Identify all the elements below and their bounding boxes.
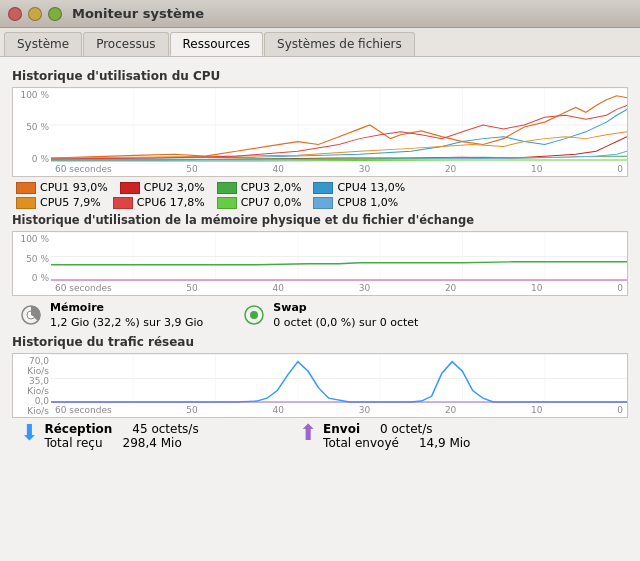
- reception-text: Réception 45 octets/s Total reçu 298,4 M…: [44, 422, 198, 450]
- net-section-title: Historique du trafic réseau: [12, 335, 628, 349]
- net-y-axis: 70,0 Kio/s 35,0 Kio/s 0,0 Kio/s: [13, 354, 51, 417]
- cpu-y-axis: 100 % 50 % 0 %: [13, 88, 51, 176]
- cpu3-legend: CPU3 2,0%: [217, 181, 302, 194]
- tab-systeme[interactable]: Système: [4, 32, 82, 56]
- maximize-button[interactable]: [48, 7, 62, 21]
- cpu-section-title: Historique d'utilisation du CPU: [12, 69, 628, 83]
- svg-point-21: [250, 311, 258, 319]
- cpu7-legend: CPU7 0,0%: [217, 196, 302, 209]
- cpu5-legend: CPU5 7,9%: [16, 196, 101, 209]
- cpu2-color: [120, 182, 140, 194]
- cpu3-color: [217, 182, 237, 194]
- net-svg: [51, 354, 627, 403]
- cpu-legend-row2: CPU5 7,9% CPU6 17,8% CPU7 0,0% CPU8 1,0%: [12, 196, 628, 209]
- memory-icon: [20, 304, 42, 326]
- close-button[interactable]: [8, 7, 22, 21]
- titlebar: Moniteur système: [0, 0, 640, 28]
- tab-ressources[interactable]: Ressources: [170, 32, 264, 56]
- mem-x-axis: 60 secondes 50 40 30 20 10 0: [51, 281, 627, 295]
- net-chart-area: [51, 354, 627, 403]
- envoi-arrow-icon: ⬆: [299, 422, 317, 444]
- swap-text: Swap 0 octet (0,0 %) sur 0 octet: [273, 300, 418, 331]
- cpu1-color: [16, 182, 36, 194]
- mem-svg: [51, 232, 627, 281]
- cpu-chart-area: [51, 88, 627, 162]
- cpu6-legend: CPU6 17,8%: [113, 196, 205, 209]
- mem-chart-area: [51, 232, 627, 281]
- tabs-bar: Système Processus Ressources Systèmes de…: [0, 28, 640, 57]
- cpu-legend: CPU1 93,0% CPU2 3,0% CPU3 2,0% CPU4 13,0…: [12, 181, 628, 194]
- swap-icon: [243, 304, 265, 326]
- cpu-x-axis: 60 secondes 50 40 30 20 10 0: [51, 162, 627, 176]
- net-legend: ⬇ Réception 45 octets/s Total reçu 298,4…: [20, 422, 628, 450]
- main-content: Historique d'utilisation du CPU 100 % 50…: [0, 57, 640, 560]
- net-x-axis: 60 secondes 50 40 30 20 10 0: [51, 403, 627, 417]
- cpu8-color: [313, 197, 333, 209]
- mem-chart: 100 % 50 % 0 % 60 secondes: [12, 231, 628, 296]
- tab-processus[interactable]: Processus: [83, 32, 168, 56]
- cpu1-legend: CPU1 93,0%: [16, 181, 108, 194]
- window-title: Moniteur système: [72, 6, 204, 21]
- net-chart: 70,0 Kio/s 35,0 Kio/s 0,0 Kio/s: [12, 353, 628, 418]
- tab-fichiers[interactable]: Systèmes de fichiers: [264, 32, 415, 56]
- memory-legend-item: Mémoire 1,2 Gio (32,2 %) sur 3,9 Gio: [20, 300, 203, 331]
- minimize-button[interactable]: [28, 7, 42, 21]
- cpu4-color: [313, 182, 333, 194]
- mem-legend: Mémoire 1,2 Gio (32,2 %) sur 3,9 Gio Swa…: [20, 300, 628, 331]
- cpu2-legend: CPU2 3,0%: [120, 181, 205, 194]
- cpu8-legend: CPU8 1,0%: [313, 196, 398, 209]
- memory-text: Mémoire 1,2 Gio (32,2 %) sur 3,9 Gio: [50, 300, 203, 331]
- reception-legend: ⬇ Réception 45 octets/s Total reçu 298,4…: [20, 422, 199, 450]
- reception-arrow-icon: ⬇: [20, 422, 38, 444]
- cpu-chart: 100 % 50 % 0 %: [12, 87, 628, 177]
- mem-y-axis: 100 % 50 % 0 %: [13, 232, 51, 295]
- swap-legend-item: Swap 0 octet (0,0 %) sur 0 octet: [243, 300, 418, 331]
- cpu7-color: [217, 197, 237, 209]
- envoi-text: Envoi 0 octet/s Total envoyé 14,9 Mio: [323, 422, 470, 450]
- cpu6-color: [113, 197, 133, 209]
- mem-section-title: Historique d'utilisation de la mémoire p…: [12, 213, 628, 227]
- cpu4-legend: CPU4 13,0%: [313, 181, 405, 194]
- cpu5-color: [16, 197, 36, 209]
- envoi-legend: ⬆ Envoi 0 octet/s Total envoyé 14,9 Mio: [299, 422, 471, 450]
- cpu-svg: [51, 88, 627, 162]
